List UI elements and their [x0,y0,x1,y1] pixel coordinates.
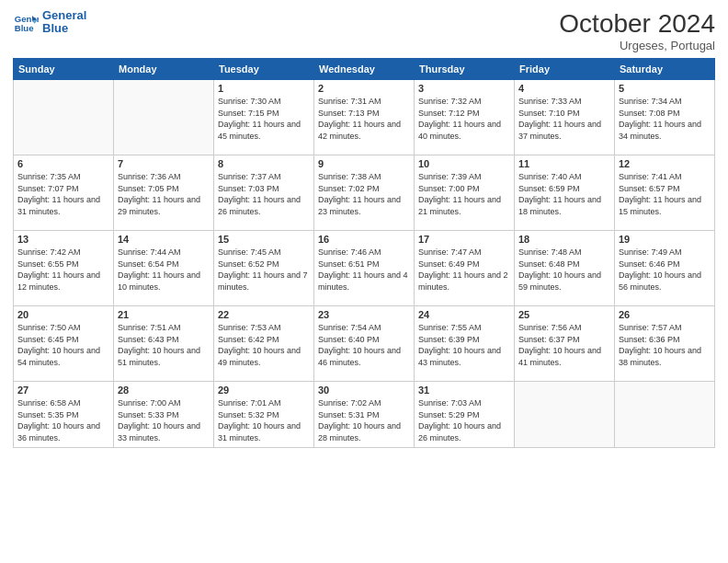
day-number: 6 [17,158,109,169]
calendar-cell: 20Sunrise: 7:50 AMSunset: 6:45 PMDayligh… [14,306,114,382]
calendar-cell [515,382,615,448]
calendar-table: SundayMondayTuesdayWednesdayThursdayFrid… [13,58,715,448]
day-number: 16 [318,234,410,245]
day-number: 15 [218,234,310,245]
calendar-cell: 22Sunrise: 7:53 AMSunset: 6:42 PMDayligh… [214,306,314,382]
day-number: 25 [518,309,610,320]
calendar-cell: 1Sunrise: 7:30 AMSunset: 7:15 PMDaylight… [214,80,314,155]
calendar-week-row: 27Sunrise: 6:58 AMSunset: 5:35 PMDayligh… [14,382,715,448]
day-number: 13 [17,234,109,245]
day-info: Sunrise: 7:56 AMSunset: 6:37 PMDaylight:… [518,322,610,368]
header: General Blue General Blue October 2024 U… [13,9,715,52]
day-number: 10 [418,158,510,169]
calendar-cell: 2Sunrise: 7:31 AMSunset: 7:13 PMDaylight… [314,80,415,155]
day-number: 31 [418,385,510,396]
calendar-cell: 15Sunrise: 7:45 AMSunset: 6:52 PMDayligh… [214,231,314,306]
calendar-week-row: 20Sunrise: 7:50 AMSunset: 6:45 PMDayligh… [14,306,715,382]
day-info: Sunrise: 7:53 AMSunset: 6:42 PMDaylight:… [218,322,310,368]
day-number: 17 [418,234,510,245]
day-number: 29 [218,385,310,396]
day-number: 11 [518,158,610,169]
day-number: 24 [418,309,510,320]
calendar-cell: 13Sunrise: 7:42 AMSunset: 6:55 PMDayligh… [14,231,114,306]
calendar-container: General Blue General Blue October 2024 U… [0,0,728,563]
day-info: Sunrise: 7:01 AMSunset: 5:32 PMDaylight:… [218,397,310,443]
calendar-cell: 16Sunrise: 7:46 AMSunset: 6:51 PMDayligh… [314,231,415,306]
day-info: Sunrise: 7:41 AMSunset: 6:57 PMDaylight:… [619,171,711,217]
day-number: 22 [218,309,310,320]
day-info: Sunrise: 7:38 AMSunset: 7:02 PMDaylight:… [318,171,410,217]
calendar-header-row: SundayMondayTuesdayWednesdayThursdayFrid… [14,59,715,80]
day-number: 5 [619,83,711,94]
day-info: Sunrise: 7:50 AMSunset: 6:45 PMDaylight:… [17,322,109,368]
calendar-cell: 5Sunrise: 7:34 AMSunset: 7:08 PMDaylight… [615,80,715,155]
day-number: 12 [619,158,711,169]
day-number: 26 [619,309,711,320]
day-number: 20 [17,309,109,320]
calendar-cell [114,80,214,155]
calendar-week-row: 13Sunrise: 7:42 AMSunset: 6:55 PMDayligh… [14,231,715,306]
day-number: 21 [118,309,210,320]
calendar-cell: 14Sunrise: 7:44 AMSunset: 6:54 PMDayligh… [114,231,214,306]
day-info: Sunrise: 7:47 AMSunset: 6:49 PMDaylight:… [418,247,510,293]
calendar-cell: 21Sunrise: 7:51 AMSunset: 6:43 PMDayligh… [114,306,214,382]
day-info: Sunrise: 7:55 AMSunset: 6:39 PMDaylight:… [418,322,510,368]
calendar-cell: 4Sunrise: 7:33 AMSunset: 7:10 PMDaylight… [515,80,615,155]
day-info: Sunrise: 7:37 AMSunset: 7:03 PMDaylight:… [218,171,310,217]
day-info: Sunrise: 7:54 AMSunset: 6:40 PMDaylight:… [318,322,410,368]
calendar-cell: 26Sunrise: 7:57 AMSunset: 6:36 PMDayligh… [615,306,715,382]
day-info: Sunrise: 7:48 AMSunset: 6:48 PMDaylight:… [518,247,610,293]
calendar-cell: 3Sunrise: 7:32 AMSunset: 7:12 PMDaylight… [415,80,515,155]
calendar-cell: 7Sunrise: 7:36 AMSunset: 7:05 PMDaylight… [114,155,214,231]
logo-blue: Blue [42,22,68,35]
calendar-cell: 28Sunrise: 7:00 AMSunset: 5:33 PMDayligh… [114,382,214,448]
day-info: Sunrise: 7:35 AMSunset: 7:07 PMDaylight:… [17,171,109,217]
day-info: Sunrise: 7:31 AMSunset: 7:13 PMDaylight:… [318,96,410,142]
logo-icon: General Blue [13,9,39,35]
day-info: Sunrise: 6:58 AMSunset: 5:35 PMDaylight:… [17,397,109,443]
calendar-cell: 25Sunrise: 7:56 AMSunset: 6:37 PMDayligh… [515,306,615,382]
day-number: 7 [118,158,210,169]
calendar-cell: 10Sunrise: 7:39 AMSunset: 7:00 PMDayligh… [415,155,515,231]
calendar-cell: 18Sunrise: 7:48 AMSunset: 6:48 PMDayligh… [515,231,615,306]
day-info: Sunrise: 7:03 AMSunset: 5:29 PMDaylight:… [418,397,510,443]
calendar-cell: 17Sunrise: 7:47 AMSunset: 6:49 PMDayligh… [415,231,515,306]
day-info: Sunrise: 7:39 AMSunset: 7:00 PMDaylight:… [418,171,510,217]
day-info: Sunrise: 7:33 AMSunset: 7:10 PMDaylight:… [518,96,610,142]
day-info: Sunrise: 7:34 AMSunset: 7:08 PMDaylight:… [619,96,711,142]
day-info: Sunrise: 7:51 AMSunset: 6:43 PMDaylight:… [118,322,210,368]
day-info: Sunrise: 7:57 AMSunset: 6:36 PMDaylight:… [619,322,711,368]
day-number: 27 [17,385,109,396]
calendar-cell: 12Sunrise: 7:41 AMSunset: 6:57 PMDayligh… [615,155,715,231]
calendar-week-row: 1Sunrise: 7:30 AMSunset: 7:15 PMDaylight… [14,80,715,155]
calendar-cell: 31Sunrise: 7:03 AMSunset: 5:29 PMDayligh… [415,382,515,448]
day-info: Sunrise: 7:46 AMSunset: 6:51 PMDaylight:… [318,247,410,293]
day-info: Sunrise: 7:44 AMSunset: 6:54 PMDaylight:… [118,247,210,293]
calendar-cell: 8Sunrise: 7:37 AMSunset: 7:03 PMDaylight… [214,155,314,231]
day-info: Sunrise: 7:00 AMSunset: 5:33 PMDaylight:… [118,397,210,443]
day-number: 18 [518,234,610,245]
calendar-cell: 23Sunrise: 7:54 AMSunset: 6:40 PMDayligh… [314,306,415,382]
day-number: 3 [418,83,510,94]
weekday-header: Tuesday [214,59,314,80]
calendar-cell: 6Sunrise: 7:35 AMSunset: 7:07 PMDaylight… [14,155,114,231]
logo: General Blue General Blue [13,9,86,36]
day-number: 28 [118,385,210,396]
day-info: Sunrise: 7:42 AMSunset: 6:55 PMDaylight:… [17,247,109,293]
weekday-header: Friday [515,59,615,80]
calendar-cell: 19Sunrise: 7:49 AMSunset: 6:46 PMDayligh… [615,231,715,306]
calendar-cell: 29Sunrise: 7:01 AMSunset: 5:32 PMDayligh… [214,382,314,448]
day-info: Sunrise: 7:02 AMSunset: 5:31 PMDaylight:… [318,397,410,443]
calendar-week-row: 6Sunrise: 7:35 AMSunset: 7:07 PMDaylight… [14,155,715,231]
calendar-cell [14,80,114,155]
month-title: October 2024 [559,9,715,39]
weekday-header: Sunday [14,59,114,80]
day-number: 4 [518,83,610,94]
day-number: 30 [318,385,410,396]
day-number: 1 [218,83,310,94]
title-block: October 2024 Urgeses, Portugal [559,9,715,52]
day-number: 2 [318,83,410,94]
day-number: 14 [118,234,210,245]
calendar-cell: 11Sunrise: 7:40 AMSunset: 6:59 PMDayligh… [515,155,615,231]
day-info: Sunrise: 7:30 AMSunset: 7:15 PMDaylight:… [218,96,310,142]
